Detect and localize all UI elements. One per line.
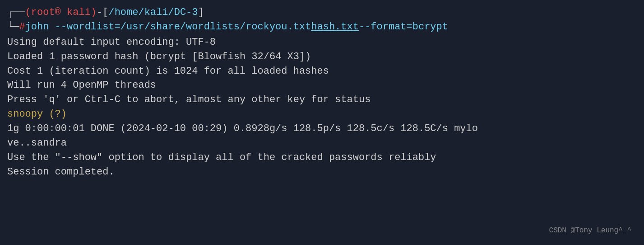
session-completed-line: Session completed. bbox=[7, 165, 637, 179]
output-loaded: Loaded 1 password hash (bcrypt [Blowfish… bbox=[7, 50, 637, 64]
prompt-line-2: └─# john --wordlist=/usr/share/wordlists… bbox=[7, 20, 637, 34]
cracked-password-line: snoopy (?) bbox=[7, 107, 637, 122]
terminal-window: ┌──(root® kali)-[/home/kali/DC-3] └─# jo… bbox=[7, 5, 637, 240]
command-prefix: john --wordlist=/usr/share/wordlists/roc… bbox=[25, 20, 311, 34]
prompt-bracket-open: [ bbox=[102, 5, 108, 20]
command-suffix: --format=bcrypt bbox=[359, 20, 448, 34]
prompt-line2-prefix: └─ bbox=[7, 20, 19, 34]
prompt-user-host: (root® kali) bbox=[25, 5, 97, 20]
prompt-path: /home/kali/DC-3 bbox=[108, 5, 198, 20]
hash-file: hash.txt bbox=[311, 20, 359, 34]
watermark: CSDN @Tony Leung^_^ bbox=[549, 226, 631, 236]
output-threads: Will run 4 OpenMP threads bbox=[7, 78, 637, 93]
stats-line: 1g 0:00:00:01 DONE (2024-02-10 00:29) 0.… bbox=[7, 122, 637, 136]
prompt-line-1: ┌──(root® kali)-[/home/kali/DC-3] bbox=[7, 5, 637, 20]
prompt-hash-symbol: # bbox=[19, 20, 25, 34]
prompt-dash: - bbox=[97, 5, 102, 20]
output-cost: Cost 1 (iteration count) is 1024 for all… bbox=[7, 64, 637, 79]
stats-line2: ve..sandra bbox=[7, 136, 637, 151]
corner-bracket: ┌── bbox=[7, 5, 25, 20]
output-abort: Press 'q' or Ctrl-C to abort, almost any… bbox=[7, 93, 637, 107]
prompt-bracket-close: ] bbox=[198, 5, 204, 20]
output-encoding: Using default input encoding: UTF-8 bbox=[7, 35, 637, 50]
show-option-line: Use the "--show" option to display all o… bbox=[7, 151, 637, 165]
